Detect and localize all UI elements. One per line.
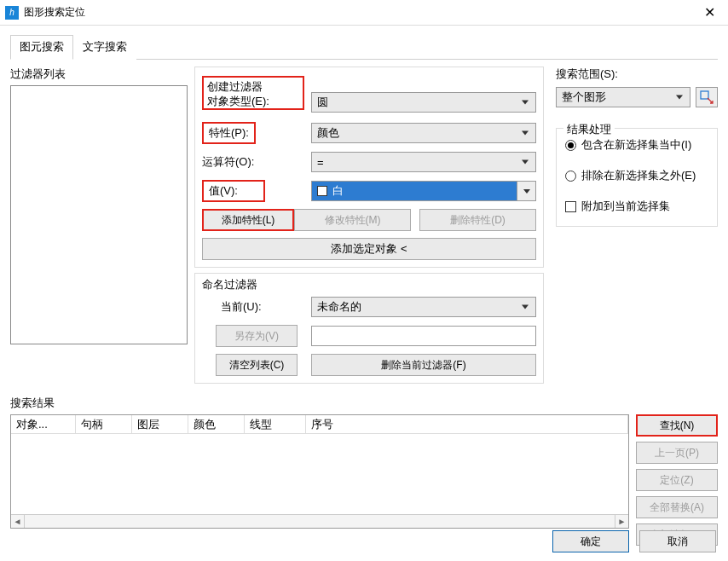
- results-label: 搜索结果: [10, 396, 718, 411]
- find-button[interactable]: 查找(N): [636, 414, 718, 437]
- property-select[interactable]: 颜色: [311, 123, 536, 143]
- replace-all-button[interactable]: 全部替换(A): [636, 496, 718, 518]
- named-filter-group-label: 命名过滤器: [202, 277, 536, 292]
- radio-on-icon: [565, 140, 576, 151]
- operator-select[interactable]: =: [311, 152, 536, 172]
- add-selected-objects-button[interactable]: 添加选定对象 <: [202, 238, 536, 260]
- col-color[interactable]: 颜色: [188, 415, 245, 434]
- create-filter-highlight: 创建过滤器 对象类型(E):: [202, 76, 304, 110]
- window-title: 图形搜索定位: [24, 5, 690, 20]
- grid-header: 对象... 句柄 图层 颜色 线型 序号: [11, 415, 628, 434]
- radio-off-icon: [565, 171, 576, 182]
- chevron-down-icon: [517, 182, 535, 200]
- close-icon[interactable]: ✕: [690, 0, 728, 26]
- delete-current-filter-button[interactable]: 删除当前过滤器(F): [311, 354, 536, 376]
- modify-property-button[interactable]: 修改特性(M): [294, 209, 411, 231]
- result-handling-group: 结果处理 包含在新选择集当中(I) 排除在新选择集之外(E) 附加到当前选择集: [556, 128, 718, 227]
- tab-text-search[interactable]: 文字搜索: [73, 35, 136, 60]
- operator-label: 运算符(O):: [202, 154, 311, 170]
- app-icon: h: [5, 6, 19, 20]
- save-as-input[interactable]: [311, 326, 536, 346]
- check-append[interactable]: 附加到当前选择集: [565, 199, 708, 214]
- tab-strip: 图元搜索 文字搜索: [10, 34, 718, 60]
- current-filter-select[interactable]: 未命名的: [311, 297, 536, 317]
- col-index[interactable]: 序号: [306, 415, 628, 434]
- value-label: 值(V):: [202, 180, 265, 202]
- title-bar: h 图形搜索定位 ✕: [0, 0, 728, 26]
- col-object[interactable]: 对象...: [11, 415, 76, 434]
- property-label: 特性(P):: [202, 122, 256, 144]
- prev-page-button[interactable]: 上一页(P): [636, 442, 718, 464]
- object-type-select[interactable]: 圆: [311, 92, 536, 113]
- add-property-button[interactable]: 添加特性(L): [202, 209, 294, 231]
- ok-button[interactable]: 确定: [552, 530, 629, 552]
- checkbox-icon: [565, 201, 576, 212]
- grid-body: [11, 434, 628, 514]
- value-select[interactable]: 白: [311, 181, 536, 201]
- col-layer[interactable]: 图层: [132, 415, 188, 434]
- search-scope-label: 搜索范围(S):: [556, 67, 718, 82]
- delete-property-button[interactable]: 删除特性(D): [419, 209, 536, 231]
- current-filter-label: 当前(U):: [202, 299, 311, 315]
- filter-list-label: 过滤器列表: [10, 67, 188, 82]
- named-filter-group: 命名过滤器 当前(U): 未命名的 另存为(V): [194, 273, 544, 384]
- pick-icon: [700, 90, 714, 104]
- object-type-label: 对象类型(E):: [207, 94, 299, 108]
- col-linetype[interactable]: 线型: [245, 415, 306, 434]
- locate-button[interactable]: 定位(Z): [636, 469, 718, 491]
- svg-rect-0: [701, 91, 708, 99]
- pick-objects-button[interactable]: [696, 87, 718, 107]
- results-grid[interactable]: 对象... 句柄 图层 颜色 线型 序号 ◄ ►: [10, 414, 629, 529]
- result-handling-legend: 结果处理: [563, 122, 615, 137]
- cancel-button[interactable]: 取消: [639, 530, 716, 552]
- color-swatch-icon: [317, 186, 327, 196]
- save-as-button[interactable]: 另存为(V): [216, 325, 298, 347]
- clear-list-button[interactable]: 清空列表(C): [216, 354, 298, 376]
- filter-list[interactable]: [10, 85, 188, 344]
- create-filter-group: 创建过滤器 对象类型(E): 圆: [194, 67, 544, 268]
- tab-element-search[interactable]: 图元搜索: [10, 35, 73, 60]
- create-filter-group-label: 创建过滤器: [207, 79, 299, 94]
- dialog-footer: 确定 取消: [0, 522, 728, 561]
- radio-exclude[interactable]: 排除在新选择集之外(E): [565, 168, 708, 183]
- radio-include[interactable]: 包含在新选择集当中(I): [565, 137, 708, 153]
- search-scope-select[interactable]: 整个图形: [556, 87, 690, 107]
- col-handle[interactable]: 句柄: [76, 415, 132, 434]
